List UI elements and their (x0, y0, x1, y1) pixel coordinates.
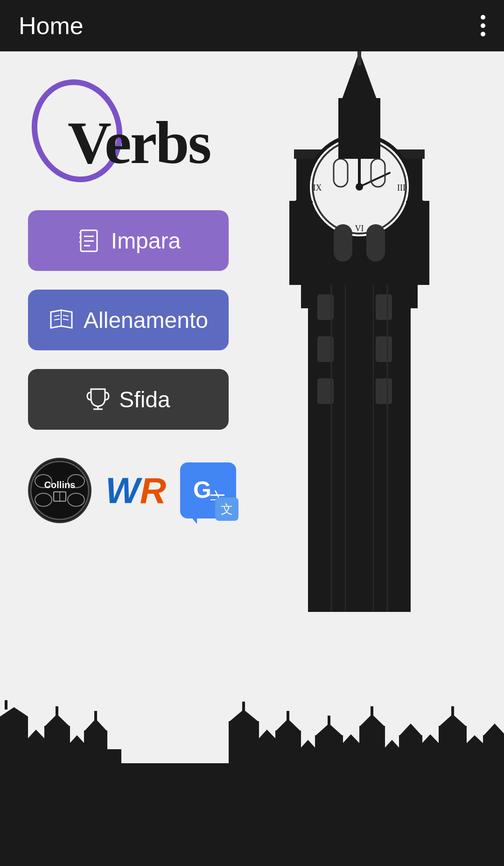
svg-rect-60 (315, 735, 343, 866)
svg-rect-62 (328, 716, 330, 726)
svg-rect-77 (464, 745, 485, 866)
svg-rect-43 (56, 706, 58, 717)
svg-rect-36 (0, 717, 28, 866)
google-translate-icon: G 文 (180, 462, 236, 518)
sfida-button[interactable]: Sfida (28, 369, 229, 430)
wr-r: R (140, 470, 166, 511)
main-content: XII III VI IX (0, 51, 504, 866)
overflow-menu-button[interactable] (481, 15, 485, 36)
svg-text:G: G (193, 477, 211, 503)
collins-logo[interactable]: Collins (28, 458, 91, 523)
svg-rect-65 (359, 726, 385, 866)
svg-marker-64 (341, 734, 362, 745)
svg-rect-46 (84, 731, 107, 866)
allenamento-icon (49, 308, 74, 332)
svg-marker-69 (383, 740, 401, 750)
allenamento-label: Allenamento (84, 307, 208, 333)
svg-line-92 (63, 315, 69, 316)
svg-text:IX: IX (313, 183, 322, 192)
london-skyline (0, 623, 504, 866)
svg-rect-16 (338, 98, 380, 159)
svg-marker-54 (257, 730, 278, 741)
svg-rect-38 (5, 700, 7, 710)
svg-line-90 (54, 315, 60, 316)
svg-rect-53 (257, 740, 278, 866)
dot-2 (481, 23, 485, 28)
svg-line-91 (54, 319, 60, 320)
svg-rect-30 (376, 378, 392, 404)
svg-rect-49 (105, 749, 121, 866)
sfida-label: Sfida (119, 387, 170, 412)
svg-rect-63 (341, 745, 362, 866)
svg-rect-67 (371, 706, 373, 717)
page-title: Home (19, 12, 84, 40)
svg-rect-23 (334, 224, 352, 262)
dot-1 (481, 15, 485, 20)
svg-rect-74 (439, 726, 467, 866)
svg-rect-24 (366, 224, 385, 262)
svg-point-96 (31, 461, 89, 519)
big-ben-background: XII III VI IX (215, 51, 504, 612)
svg-rect-44 (68, 745, 86, 866)
svg-rect-39 (26, 740, 47, 866)
svg-point-13 (356, 183, 363, 191)
svg-marker-45 (68, 735, 86, 745)
svg-line-93 (63, 319, 69, 320)
allenamento-button[interactable]: Allenamento (28, 290, 229, 350)
svg-text:III: III (397, 183, 406, 192)
impara-button[interactable]: Impara (28, 210, 229, 271)
svg-marker-59 (299, 740, 317, 750)
svg-rect-26 (376, 294, 392, 320)
svg-rect-19 (289, 201, 313, 285)
impara-icon (76, 228, 102, 254)
svg-rect-20 (406, 201, 429, 285)
svg-rect-50 (229, 721, 259, 866)
svg-text:Collins: Collins (44, 480, 76, 490)
logo-text: Verbs (68, 107, 210, 177)
impara-label: Impara (111, 228, 181, 254)
svg-rect-0 (308, 285, 411, 612)
svg-marker-73 (420, 734, 441, 745)
svg-rect-57 (287, 711, 289, 721)
google-translate-logo[interactable]: G 文 (180, 458, 236, 523)
svg-rect-18 (357, 51, 361, 65)
svg-rect-55 (275, 731, 301, 866)
left-panel: Verbs Impara (0, 51, 247, 523)
top-bar: Home (0, 0, 504, 51)
svg-rect-72 (420, 745, 441, 866)
svg-marker-78 (464, 735, 485, 745)
sfida-icon (86, 387, 110, 412)
svg-marker-37 (0, 707, 28, 717)
svg-rect-68 (383, 749, 401, 866)
svg-marker-71 (399, 724, 422, 736)
svg-marker-80 (483, 724, 504, 736)
logo-container: Verbs (28, 79, 219, 182)
partner-logos: Collins WR G (28, 458, 219, 523)
svg-rect-79 (483, 735, 504, 866)
svg-rect-76 (451, 706, 454, 717)
svg-rect-52 (242, 702, 245, 712)
svg-rect-70 (399, 735, 422, 866)
svg-rect-41 (44, 726, 70, 866)
wordreference-logo[interactable]: WR (105, 458, 166, 523)
svg-text:VI: VI (355, 224, 364, 233)
dot-3 (481, 32, 485, 36)
svg-marker-40 (26, 730, 47, 741)
svg-rect-58 (299, 749, 317, 866)
wr-w: W (105, 470, 140, 511)
svg-rect-28 (376, 336, 392, 362)
svg-rect-48 (94, 711, 97, 721)
